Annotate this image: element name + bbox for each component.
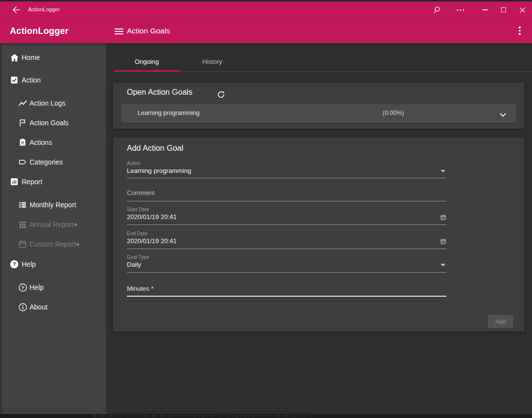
open-action-goals-card: Open Action Goals Learning programming (… bbox=[113, 83, 524, 129]
list-icon bbox=[18, 200, 28, 210]
main-content: Ongoing History Open Action Goals Learni… bbox=[106, 43, 532, 414]
end-date-label: End Date bbox=[127, 231, 446, 236]
goal-type-select-field[interactable]: Goal Type Daily bbox=[127, 254, 446, 274]
calendar-icon bbox=[18, 239, 28, 249]
start-date-field[interactable]: Start Date 2020/01/19 20:41 bbox=[127, 207, 446, 226]
action-select-field[interactable]: Action Learning programming bbox=[127, 161, 446, 180]
tab-history[interactable]: History bbox=[179, 52, 245, 72]
sidebar-item-monthly-report[interactable]: Monthly Report bbox=[0, 195, 106, 215]
action-check-icon bbox=[9, 75, 20, 85]
help-outline-icon: ? bbox=[18, 282, 28, 292]
app-header: ActionLogger Action Goals bbox=[0, 20, 532, 43]
minutes-input-field[interactable]: Minutes * bbox=[127, 285, 446, 299]
hamburger-menu-icon[interactable] bbox=[115, 28, 123, 35]
dropdown-arrow-icon[interactable] bbox=[441, 170, 445, 172]
close-icon bbox=[520, 7, 525, 13]
info-icon bbox=[18, 302, 28, 312]
calendar-icon[interactable] bbox=[440, 238, 446, 247]
goal-type-label: Goal Type bbox=[127, 254, 446, 260]
start-date-value: 2020/01/19 20:41 bbox=[127, 213, 177, 221]
help-filled-icon: ? bbox=[9, 259, 20, 270]
grid-icon bbox=[18, 220, 28, 229]
start-date-label: Start Date bbox=[127, 207, 446, 212]
search-icon[interactable] bbox=[431, 4, 442, 15]
bottom-strip-artifacts bbox=[93, 415, 315, 417]
sidebar-nav: Home Action Action Logs Action Goals Act… bbox=[0, 43, 106, 414]
see-more-icon[interactable] bbox=[455, 4, 466, 15]
minutes-field-underline bbox=[127, 296, 446, 297]
action-field-label: Action bbox=[127, 161, 446, 166]
sidebar-item-custom-report[interactable]: Custom Report ★ bbox=[0, 234, 106, 254]
tab-ongoing[interactable]: Ongoing bbox=[114, 52, 179, 72]
add-button[interactable]: Add bbox=[488, 315, 513, 328]
comment-field-label: Comment bbox=[127, 189, 446, 196]
clipboard-icon bbox=[18, 138, 28, 147]
sidebar-item-annual-report[interactable]: Annual Report ★ bbox=[0, 215, 106, 234]
comment-field-underline bbox=[127, 201, 446, 201]
add-goal-title: Add Action Goal bbox=[127, 144, 183, 153]
window-title: ActionLogger bbox=[28, 6, 60, 12]
goal-type-underline bbox=[127, 272, 446, 273]
end-date-value: 2020/01/19 20:41 bbox=[127, 237, 177, 245]
svg-text:?: ? bbox=[12, 261, 16, 267]
add-action-goal-card: Add Action Goal Action Learning programm… bbox=[113, 138, 524, 332]
end-date-underline bbox=[127, 249, 446, 249]
goal-type-value: Daily bbox=[127, 261, 141, 268]
maximize-icon bbox=[501, 7, 506, 12]
minimize-icon bbox=[482, 9, 488, 10]
action-field-underline bbox=[127, 178, 446, 178]
sidebar-item-help[interactable]: ? Help bbox=[0, 253, 106, 276]
tab-bar: Ongoing History bbox=[114, 52, 532, 72]
sidebar-item-help-sub[interactable]: ? Help bbox=[0, 278, 106, 297]
flag-icon bbox=[18, 118, 28, 128]
dropdown-arrow-icon[interactable] bbox=[441, 264, 445, 266]
sidebar-item-about[interactable]: About bbox=[0, 297, 106, 317]
sidebar-item-home[interactable]: Home bbox=[0, 46, 106, 69]
calendar-icon[interactable] bbox=[440, 214, 446, 223]
maximize-button[interactable] bbox=[498, 4, 509, 15]
refresh-icon[interactable] bbox=[215, 89, 226, 100]
page-title: Action Goals bbox=[127, 27, 170, 35]
chevron-down-icon[interactable] bbox=[500, 111, 506, 119]
end-date-field[interactable]: End Date 2020/01/19 20:41 bbox=[127, 231, 446, 251]
sidebar-item-actions[interactable]: Actions bbox=[0, 133, 106, 152]
ellipsis-glyph bbox=[457, 9, 464, 11]
bottom-status-strip bbox=[0, 414, 532, 418]
kebab-menu-icon[interactable] bbox=[516, 27, 523, 36]
goal-expander-row[interactable]: Learning programming (0.00%) bbox=[121, 104, 516, 123]
minutes-field-label: Minutes * bbox=[127, 285, 446, 292]
app-brand: ActionLogger bbox=[10, 26, 68, 36]
back-arrow-icon[interactable] bbox=[11, 5, 21, 15]
open-goals-title: Open Action Goals bbox=[127, 88, 192, 97]
sidebar-item-action[interactable]: Action bbox=[0, 69, 106, 91]
tag-icon bbox=[18, 157, 28, 167]
close-button[interactable] bbox=[517, 4, 528, 15]
active-tab-indicator bbox=[114, 70, 179, 72]
sidebar-item-report[interactable]: Report bbox=[0, 170, 106, 193]
start-date-underline bbox=[127, 224, 446, 225]
goal-progress: (0.00%) bbox=[383, 110, 404, 116]
action-field-value: Learning programming bbox=[127, 167, 191, 174]
svg-text:?: ? bbox=[21, 285, 24, 290]
activity-line-icon bbox=[18, 98, 28, 108]
goal-name: Learning programming bbox=[138, 110, 200, 116]
minimize-button[interactable] bbox=[479, 4, 490, 15]
bar-chart-icon bbox=[9, 176, 20, 187]
comment-input-field[interactable]: Comment bbox=[127, 189, 446, 203]
sidebar-item-action-goals[interactable]: Action Goals bbox=[0, 113, 106, 133]
sidebar-item-action-logs[interactable]: Action Logs bbox=[0, 93, 106, 113]
window-titlebar: ActionLogger bbox=[0, 0, 532, 20]
sidebar-item-categories[interactable]: Categories bbox=[0, 152, 106, 172]
home-icon bbox=[9, 52, 20, 63]
